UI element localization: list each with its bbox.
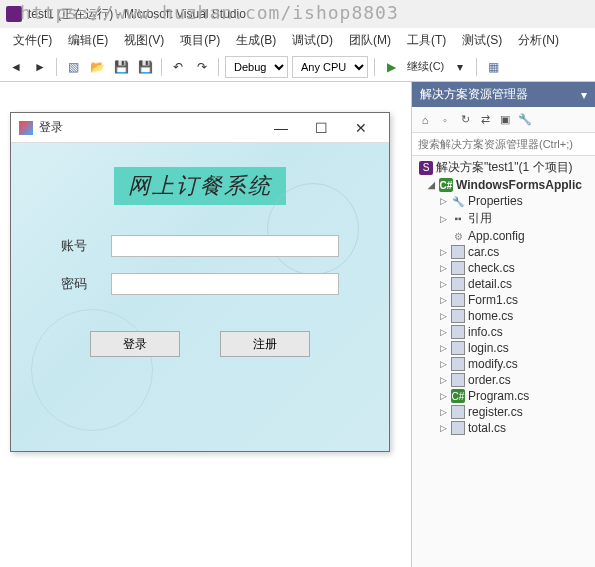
expand-icon[interactable]: ▷ <box>438 311 448 321</box>
continue-button[interactable]: ▶ <box>381 57 401 77</box>
account-input[interactable] <box>111 235 339 257</box>
csproj-icon: C# <box>439 178 453 192</box>
menu-edit[interactable]: 编辑(E) <box>61 30 115 51</box>
menu-analyze[interactable]: 分析(N) <box>511 30 566 51</box>
expand-icon[interactable]: ▷ <box>438 196 448 206</box>
expand-icon[interactable]: ▷ <box>438 359 448 369</box>
solution-search-input[interactable] <box>412 133 595 155</box>
main-menubar: 文件(F) 编辑(E) 视图(V) 项目(P) 生成(B) 调试(D) 团队(M… <box>0 28 595 52</box>
login-button[interactable]: 登录 <box>90 331 180 357</box>
expand-icon[interactable]: ▷ <box>438 279 448 289</box>
workspace: 登录 — ☐ ✕ 网上订餐系统 账号 密码 登录 注册 <box>0 82 595 567</box>
file-node[interactable]: ▷check.cs <box>412 260 595 276</box>
appconfig-node[interactable]: ⚙ App.config <box>412 228 595 244</box>
collapse-button[interactable]: ◦ <box>436 111 454 129</box>
continue-dropdown-icon[interactable]: ▾ <box>450 57 470 77</box>
sync-button[interactable]: ⇄ <box>476 111 494 129</box>
open-file-button[interactable]: 📂 <box>87 57 107 77</box>
expand-icon[interactable]: ◢ <box>426 180 436 190</box>
project-node[interactable]: ◢ C# WindowsFormsApplic <box>412 177 595 193</box>
file-label: total.cs <box>468 421 506 435</box>
config-dropdown[interactable]: Debug <box>225 56 288 78</box>
file-node[interactable]: ▷detail.cs <box>412 276 595 292</box>
solution-root[interactable]: S 解决方案"test1"(1 个项目) <box>412 158 595 177</box>
password-label: 密码 <box>61 275 97 293</box>
redo-button[interactable]: ↷ <box>192 57 212 77</box>
nav-fwd-button[interactable]: ► <box>30 57 50 77</box>
undo-button[interactable]: ↶ <box>168 57 188 77</box>
menu-team[interactable]: 团队(M) <box>342 30 398 51</box>
save-button[interactable]: 💾 <box>111 57 131 77</box>
wrench-icon: 🔧 <box>451 194 465 208</box>
expand-icon[interactable]: ▷ <box>438 295 448 305</box>
menu-debug[interactable]: 调试(D) <box>285 30 340 51</box>
menu-project[interactable]: 项目(P) <box>173 30 227 51</box>
properties-label: Properties <box>468 194 523 208</box>
file-node[interactable]: ▷login.cs <box>412 340 595 356</box>
file-node[interactable]: ▷register.cs <box>412 404 595 420</box>
references-node[interactable]: ▷ ▪▪ 引用 <box>412 209 595 228</box>
form-icon <box>451 357 465 371</box>
file-node[interactable]: ▷order.cs <box>412 372 595 388</box>
properties-button[interactable]: 🔧 <box>516 111 534 129</box>
expand-icon[interactable]: ▷ <box>438 407 448 417</box>
file-node[interactable]: ▷info.cs <box>412 324 595 340</box>
expand-icon[interactable]: ▷ <box>438 423 448 433</box>
minimize-button[interactable]: — <box>261 114 301 142</box>
references-icon: ▪▪ <box>451 212 465 226</box>
close-button[interactable]: ✕ <box>341 114 381 142</box>
appconfig-label: App.config <box>468 229 525 243</box>
menu-file[interactable]: 文件(F) <box>6 30 59 51</box>
main-toolbar: ◄ ► ▧ 📂 💾 💾 ↶ ↷ Debug Any CPU ▶ 继续(C) ▾ … <box>0 52 595 82</box>
designer-surface: 登录 — ☐ ✕ 网上订餐系统 账号 密码 登录 注册 <box>0 82 411 567</box>
panel-dropdown-icon[interactable]: ▾ <box>581 88 587 102</box>
password-row: 密码 <box>61 273 339 295</box>
menu-view[interactable]: 视图(V) <box>117 30 171 51</box>
show-all-button[interactable]: ▣ <box>496 111 514 129</box>
menu-tools[interactable]: 工具(T) <box>400 30 453 51</box>
expand-icon[interactable]: ▷ <box>438 263 448 273</box>
form-icon <box>451 421 465 435</box>
register-button[interactable]: 注册 <box>220 331 310 357</box>
form-title: 登录 <box>39 119 261 136</box>
file-label: car.cs <box>468 245 499 259</box>
platform-dropdown[interactable]: Any CPU <box>292 56 368 78</box>
save-all-button[interactable]: 💾 <box>135 57 155 77</box>
menu-build[interactable]: 生成(B) <box>229 30 283 51</box>
password-input[interactable] <box>111 273 339 295</box>
file-node[interactable]: ▷C#Program.cs <box>412 388 595 404</box>
form-body: 网上订餐系统 账号 密码 登录 注册 <box>11 143 389 451</box>
file-label: modify.cs <box>468 357 518 371</box>
file-node[interactable]: ▷car.cs <box>412 244 595 260</box>
form-icon <box>451 245 465 259</box>
expand-icon[interactable]: ▷ <box>438 391 448 401</box>
maximize-button[interactable]: ☐ <box>301 114 341 142</box>
vs-logo-icon <box>6 6 22 22</box>
properties-node[interactable]: ▷ 🔧 Properties <box>412 193 595 209</box>
expand-icon[interactable]: ▷ <box>438 247 448 257</box>
file-label: home.cs <box>468 309 513 323</box>
form-icon <box>451 277 465 291</box>
expand-icon[interactable]: ▷ <box>438 214 448 224</box>
file-node[interactable]: ▷total.cs <box>412 420 595 436</box>
continue-label[interactable]: 继续(C) <box>405 59 446 74</box>
nav-back-button[interactable]: ◄ <box>6 57 26 77</box>
file-label: Form1.cs <box>468 293 518 307</box>
file-node[interactable]: ▷home.cs <box>412 308 595 324</box>
file-label: Program.cs <box>468 389 529 403</box>
home-button[interactable]: ⌂ <box>416 111 434 129</box>
expand-icon[interactable]: ▷ <box>438 343 448 353</box>
button-row: 登录 注册 <box>31 331 369 357</box>
separator <box>218 58 219 76</box>
toolbox-button[interactable]: ▦ <box>483 57 503 77</box>
refresh-button[interactable]: ↻ <box>456 111 474 129</box>
file-node[interactable]: ▷Form1.cs <box>412 292 595 308</box>
menu-test[interactable]: 测试(S) <box>455 30 509 51</box>
form-titlebar: 登录 — ☐ ✕ <box>11 113 389 143</box>
expand-icon[interactable]: ▷ <box>438 375 448 385</box>
new-project-button[interactable]: ▧ <box>63 57 83 77</box>
form-icon <box>19 121 33 135</box>
file-node[interactable]: ▷modify.cs <box>412 356 595 372</box>
expand-icon[interactable]: ▷ <box>438 327 448 337</box>
solution-icon: S <box>419 161 433 175</box>
